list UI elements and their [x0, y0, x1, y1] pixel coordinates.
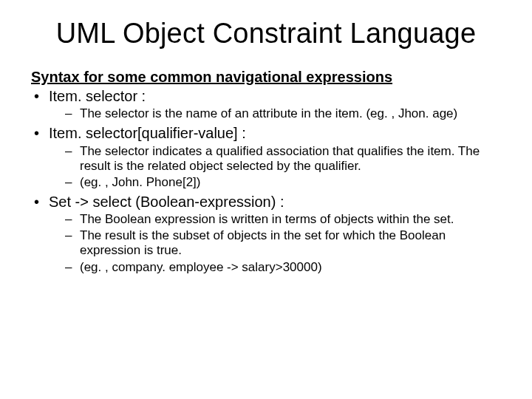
list-item-label: Item. selector : [49, 88, 146, 104]
list-item: Item. selector[qualifier-value] : The se… [31, 124, 502, 190]
sub-list-item: The selector indicates a qualified assoc… [65, 144, 502, 174]
list-item-label: Set -> select (Boolean-expression) : [49, 194, 284, 210]
list-item: Set -> select (Boolean-expression) : The… [31, 193, 502, 275]
sub-list: The selector indicates a qualified assoc… [49, 144, 502, 190]
sub-list-item: The result is the subset of objects in t… [65, 228, 502, 258]
list-item-label: Item. selector[qualifier-value] : [49, 125, 246, 141]
sub-list-item: (eg. , John. Phone[2]) [65, 175, 502, 190]
slide: UML Object Constraint Language Syntax fo… [0, 0, 532, 399]
list-item: Item. selector : The selector is the nam… [31, 87, 502, 121]
sub-list-item: The Boolean expression is written in ter… [65, 212, 502, 227]
sub-list: The Boolean expression is written in ter… [49, 212, 502, 274]
section-heading: Syntax for some common navigational expr… [31, 69, 502, 86]
sub-list-item: The selector is the name of an attribute… [65, 106, 502, 121]
bullet-list: Item. selector : The selector is the nam… [30, 87, 502, 275]
sub-list: The selector is the name of an attribute… [49, 106, 502, 121]
page-title: UML Object Constraint Language [30, 18, 502, 50]
sub-list-item: (eg. , company. employee -> salary>30000… [65, 260, 502, 275]
